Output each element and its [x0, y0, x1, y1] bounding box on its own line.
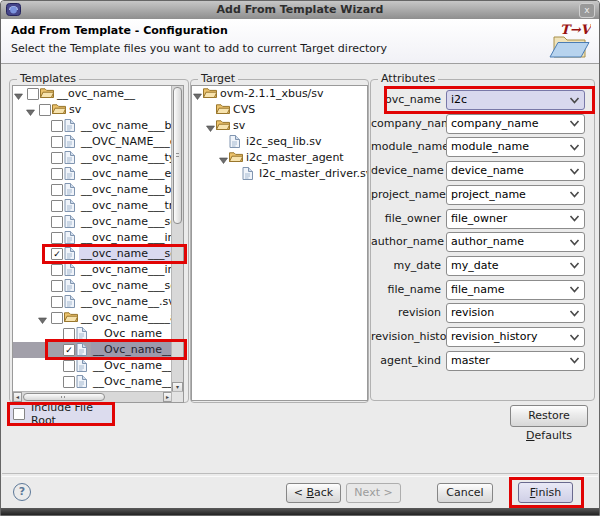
tree-item[interactable]: __OVC_NAME___env — [13, 134, 172, 150]
attr-combo-agent-kind[interactable]: master — [446, 351, 585, 371]
attr-combo-module-name[interactable]: module_name — [446, 137, 585, 157]
chevron-down-icon[interactable] — [565, 329, 583, 345]
chevron-down-icon[interactable] — [565, 92, 583, 108]
checkbox[interactable] — [51, 184, 63, 196]
checkbox[interactable]: ✓ — [63, 344, 75, 356]
checkbox[interactable] — [13, 408, 25, 420]
chevron-down-icon[interactable] — [565, 258, 583, 274]
tree-item[interactable]: sv — [13, 102, 172, 118]
chevron-down-icon[interactable] — [565, 305, 583, 321]
chevron-down-icon[interactable] — [565, 116, 583, 132]
chevron-down-icon[interactable] — [565, 139, 583, 155]
attribute-row: file_namefile_name — [371, 280, 594, 300]
attr-combo-company-name[interactable]: company_name — [446, 114, 585, 134]
checkbox[interactable] — [51, 280, 63, 292]
tree-item[interactable]: __ovc_name___bus_ — [13, 182, 172, 198]
checkbox[interactable] — [51, 120, 63, 132]
checkbox[interactable] — [27, 88, 39, 100]
attr-combo-author-name[interactable]: author_name — [446, 232, 585, 252]
tree-item[interactable]: __ovc_name___tran — [13, 198, 172, 214]
attr-combo-my-date[interactable]: my_date — [446, 256, 585, 276]
attr-combo-ovc-name[interactable]: i2c — [446, 90, 585, 110]
chevron-down-icon[interactable] — [565, 282, 583, 298]
tree-item[interactable]: i2c_master_agent — [192, 150, 367, 166]
tree-item[interactable]: __ovc_name___sequ — [13, 214, 172, 230]
checkbox[interactable] — [51, 312, 63, 324]
finish-button[interactable]: Finish — [518, 482, 573, 503]
chevron-down-icon[interactable] — [565, 234, 583, 250]
tree-item[interactable]: sv — [192, 118, 367, 134]
tree-item[interactable]: __Ovc_name____ — [13, 326, 172, 342]
scrollbar-thumb[interactable] — [23, 393, 105, 401]
attr-label-ovc-name: ovc_name — [371, 90, 441, 110]
checkbox[interactable] — [51, 232, 63, 244]
tree-item[interactable]: ovm-2.1.1_xbus/sv — [192, 86, 367, 102]
checkbox[interactable] — [63, 360, 75, 372]
tree-item[interactable]: __ovc_name__.svh — [13, 294, 172, 310]
attr-combo-file-owner[interactable]: file_owner — [446, 209, 585, 229]
chevron-down-icon[interactable] — [565, 353, 583, 369]
attr-label-agent-kind: agent_kind — [371, 351, 441, 371]
attr-combo-device-name[interactable]: device_name — [446, 161, 585, 181]
add-from-template-wizard-dialog: Add From Template Wizard x Add From Temp… — [0, 0, 600, 516]
chevron-down-icon[interactable] — [565, 163, 583, 179]
cancel-button[interactable]: Cancel — [437, 483, 493, 503]
back-button[interactable]: < Back — [286, 483, 341, 503]
vertical-scrollbar[interactable]: ▾ — [171, 86, 183, 392]
include-file-root-checkbox[interactable]: Include File Root — [10, 405, 112, 423]
target-group-label: Target — [198, 72, 238, 85]
tree-item[interactable]: __ovc_name___bus_ — [13, 118, 172, 134]
tree-item[interactable]: I2c_master_driver.sv — [192, 166, 367, 182]
tree-item-label: __ovc_name__.svh — [79, 294, 172, 310]
restore-defaults-button[interactable]: Restore Defaults — [510, 405, 588, 427]
next-button: Next > — [346, 483, 401, 503]
tree-item[interactable]: __ovc_name___inter — [13, 230, 172, 246]
scroll-left-arrow-icon[interactable]: ◂ — [13, 392, 22, 402]
checkbox[interactable] — [51, 168, 63, 180]
checkbox[interactable]: ✓ — [51, 248, 63, 260]
close-icon[interactable]: x — [579, 3, 595, 18]
title-bar[interactable]: Add From Template Wizard x — [1, 1, 599, 19]
tree-item[interactable]: __Ovc_name____ — [13, 374, 172, 390]
checkbox[interactable] — [51, 216, 63, 228]
help-button[interactable]: ? — [13, 483, 31, 501]
attr-label-company-name: company_name — [371, 114, 441, 134]
tree-item[interactable]: __ovc_name____ag — [13, 310, 172, 326]
templates-group-label: Templates — [17, 72, 79, 85]
target-tree[interactable]: ovm-2.1.1_xbus/svCVSsvi2c_seq_lib.svi2c_… — [191, 85, 368, 401]
attribute-row: author_nameauthor_name — [371, 232, 594, 252]
tree-item[interactable]: CVS — [192, 102, 367, 118]
tree-item[interactable]: __ovc_name__ — [13, 86, 172, 102]
checkbox[interactable] — [51, 296, 63, 308]
attr-label-file-name: file_name — [371, 280, 441, 300]
attr-combo-project-name[interactable]: project_name — [446, 185, 585, 205]
chevron-down-icon[interactable] — [565, 211, 583, 227]
attr-combo-revision[interactable]: revision — [446, 303, 585, 323]
checkbox[interactable] — [51, 264, 63, 276]
attr-value-file-owner: file_owner — [451, 212, 507, 225]
tree-item[interactable]: __ovc_name___type — [13, 150, 172, 166]
chevron-down-icon[interactable] — [565, 187, 583, 203]
templates-tree[interactable]: __ovc_name__sv__ovc_name___bus___OVC_NAM… — [12, 85, 184, 403]
checkbox[interactable] — [39, 104, 51, 116]
tree-item[interactable]: __Ovc_name____ — [13, 358, 172, 374]
attr-combo-revision-history[interactable]: revision_history — [446, 327, 585, 347]
attr-value-device-name: device_name — [451, 164, 524, 177]
tree-item-label: ovm-2.1.1_xbus/sv — [218, 86, 367, 102]
checkbox[interactable] — [51, 200, 63, 212]
checkbox[interactable] — [63, 328, 75, 340]
attribute-row: revisionrevision — [371, 303, 594, 323]
checkbox[interactable] — [63, 376, 75, 388]
tree-item[interactable]: __ovc_name___inter — [13, 262, 172, 278]
tree-item-label: __ovc_name___seq_ — [79, 246, 172, 262]
attr-combo-file-name[interactable]: file_name — [446, 280, 585, 300]
checkbox[interactable] — [51, 136, 63, 148]
tree-item[interactable]: ✓__ovc_name___seq_ — [13, 246, 172, 262]
checkbox[interactable] — [51, 152, 63, 164]
scrollbar-thumb[interactable] — [173, 87, 182, 224]
tree-item[interactable]: ✓__Ovc_name____ — [13, 342, 172, 358]
tree-item[interactable]: i2c_seq_lib.sv — [192, 134, 367, 150]
tree-item[interactable]: __ovc_name___env. — [13, 166, 172, 182]
tree-item[interactable]: __ovc_name___sequ — [13, 278, 172, 294]
attribute-row: file_ownerfile_owner — [371, 209, 594, 229]
